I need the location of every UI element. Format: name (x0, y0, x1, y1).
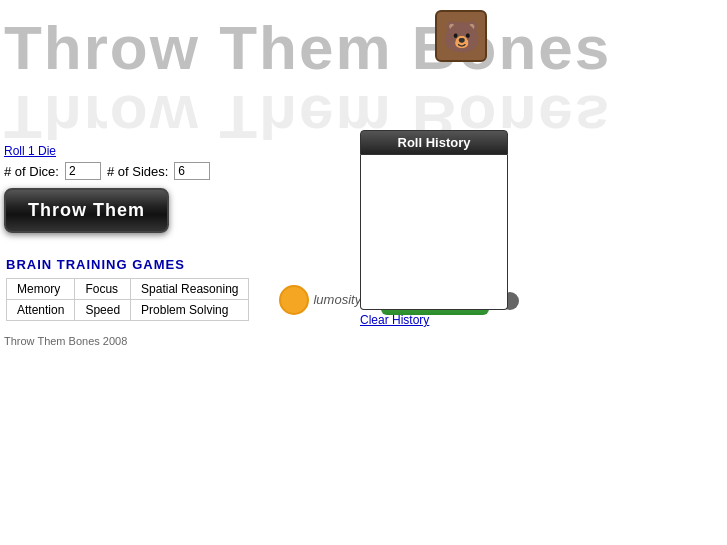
roll-history-header: Roll History (360, 130, 508, 155)
bear-icon: 🐻 (435, 10, 487, 62)
main-content: Roll 1 Die # of Dice: # of Sides: Throw … (0, 140, 727, 241)
left-panel: Roll 1 Die # of Dice: # of Sides: Throw … (0, 140, 350, 241)
title-reflection: Throw Them Bones (4, 82, 611, 140)
roll-history-body (360, 155, 508, 310)
dice-row: # of Dice: # of Sides: (4, 162, 342, 180)
brain-training-table: Memory Focus Spatial Reasoning Attention… (6, 278, 249, 321)
header-area: Throw Them Bones Throw Them Bones 🐻 (0, 0, 727, 140)
sides-input[interactable] (174, 162, 210, 180)
brain-cell-attention: Attention (7, 300, 75, 321)
brain-cell-speed: Speed (75, 300, 131, 321)
footer-copyright: Throw Them Bones 2008 (0, 335, 727, 347)
throw-them-button[interactable]: Throw Them (4, 188, 169, 233)
clear-history-link[interactable]: Clear History (360, 313, 508, 327)
brain-cell-focus: Focus (75, 279, 131, 300)
lumosity-text: lumosity (313, 292, 361, 307)
brain-cell-memory: Memory (7, 279, 75, 300)
dice-label: # of Dice: (4, 164, 59, 179)
sides-label: # of Sides: (107, 164, 168, 179)
roll-1-die-link[interactable]: Roll 1 Die (4, 144, 342, 158)
lumosity-circle-icon (279, 285, 309, 315)
brain-cell-spatial: Spatial Reasoning (131, 279, 249, 300)
lumosity-logo: lumosity (279, 285, 361, 315)
dice-input[interactable] (65, 162, 101, 180)
page-title: Throw Them Bones (4, 12, 611, 83)
brain-cell-problem: Problem Solving (131, 300, 249, 321)
roll-history-panel: Roll History Clear History (360, 130, 508, 327)
controls-area: Roll 1 Die # of Dice: # of Sides: Throw … (0, 140, 350, 241)
